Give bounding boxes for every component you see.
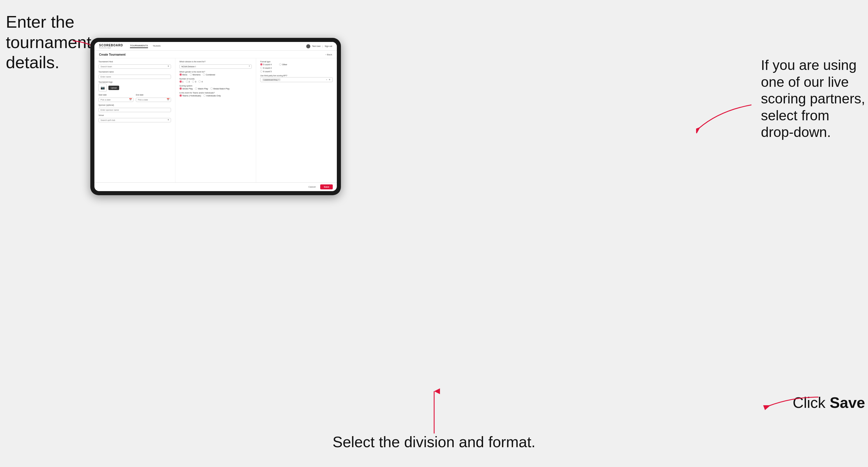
calendar-icon: 📅 [129, 98, 132, 100]
logo-title: SCOREBOARD [99, 44, 123, 47]
format-other[interactable]: Other [279, 63, 287, 66]
annotation-live-scoring: If you are using one of our live scoring… [761, 57, 865, 141]
individuals-only-radio[interactable] [204, 94, 206, 97]
sponsor-input[interactable] [98, 108, 171, 112]
teams-field: Is this event for Teams and/or Individua… [180, 92, 252, 97]
scoring-match-radio[interactable] [195, 87, 197, 90]
nav-teams[interactable]: TEAMS [153, 44, 161, 48]
save-button[interactable]: Save [320, 184, 333, 189]
tablet-device: SCOREBOARD Powered by clippit TOURNAMENT… [90, 38, 341, 195]
gender-mens[interactable]: Mens [180, 73, 187, 76]
gender-label: Which gender is the event for? [180, 71, 252, 73]
start-date-label: Start date [98, 94, 133, 96]
image-icon: 📷 [100, 86, 105, 90]
format-5count4[interactable]: 5 count 4 [260, 63, 272, 66]
gender-mens-radio[interactable] [180, 73, 182, 76]
scoring-label: Scoring system [180, 85, 252, 87]
scoring-medal-match[interactable]: Medal Match Play [210, 87, 229, 90]
logo-subtitle: Powered by clippit [99, 47, 123, 49]
gender-radio-group: Mens Womens Combined [180, 73, 252, 76]
sponsor-label: Sponsor (optional) [98, 104, 171, 106]
format-6count5-radio[interactable] [260, 70, 262, 72]
scoring-field: Scoring system Stroke Play Match Play [180, 85, 252, 90]
tag-remove-button[interactable]: × [278, 79, 279, 81]
format-row-2: 6 count 4 [260, 67, 333, 69]
live-scoring-label: Use third-party live scoring API? [260, 74, 333, 76]
tournament-logo-field: Tournament logo 📷 Upload [98, 81, 171, 92]
end-date-input[interactable] [136, 98, 171, 102]
end-date-field: End date 📅 [136, 94, 171, 102]
format-6count4-radio[interactable] [260, 67, 262, 69]
format-row-3: 6 count 5 [260, 70, 333, 72]
gender-combined-radio[interactable] [203, 73, 205, 76]
start-date-field: Start date 📅 [98, 94, 133, 102]
form-middle-column: Which division is the event for? NCAA Di… [176, 58, 256, 182]
annotation-division-format: Select the division and format. [333, 433, 535, 451]
scoring-stroke-radio[interactable] [180, 87, 182, 90]
format-radio-group: 5 count 4 Other 6 count 4 [260, 63, 333, 72]
form-body: Tournament Host ▼ Tournament name Tourna… [94, 58, 337, 182]
date-row: Start date 📅 End date 📅 [98, 94, 171, 102]
upload-button[interactable]: Upload [108, 86, 119, 90]
rounds-3-radio[interactable] [192, 81, 194, 83]
live-scoring-field: Use third-party live scoring API? Leader… [260, 74, 333, 82]
logo-placeholder: 📷 [98, 84, 106, 92]
live-scoring-controls: × ▼ [326, 79, 331, 81]
format-type-field: Format type 5 count 4 Other [260, 61, 333, 72]
live-scoring-input[interactable]: Leaderboard King × × ▼ [260, 77, 333, 82]
cancel-button[interactable]: Cancel [305, 184, 318, 189]
format-type-label: Format type [260, 61, 333, 63]
page-title: Create Tournament [99, 53, 126, 56]
gender-field: Which gender is the event for? Mens Wome… [180, 71, 252, 76]
avatar [306, 44, 310, 49]
dropdown-icon[interactable]: ▼ [329, 79, 331, 81]
format-5count4-radio[interactable] [260, 63, 262, 66]
start-date-input[interactable] [98, 98, 133, 102]
form-right-column: Format type 5 count 4 Other [256, 58, 337, 182]
rounds-1[interactable]: 1 [180, 81, 184, 83]
gender-combined[interactable]: Combined [203, 73, 215, 76]
scoring-stroke[interactable]: Stroke Play [180, 87, 193, 90]
gender-womens-radio[interactable] [190, 73, 192, 76]
scoring-medal-match-radio[interactable] [210, 87, 213, 90]
end-date-label: End date [136, 94, 171, 96]
rounds-2[interactable]: 2 [186, 81, 190, 83]
scoring-match[interactable]: Match Play [195, 87, 208, 90]
format-6count4[interactable]: 6 count 4 [260, 67, 272, 69]
rounds-1-radio[interactable] [180, 81, 182, 83]
tournament-host-input[interactable] [98, 64, 171, 69]
rounds-3[interactable]: 3 [192, 81, 196, 83]
teams-label: Is this event for Teams and/or Individua… [180, 92, 252, 94]
rounds-2-radio[interactable] [186, 81, 188, 83]
venue-input[interactable] [98, 118, 171, 122]
format-6count5[interactable]: 6 count 5 [260, 70, 272, 72]
back-button[interactable]: Back [326, 53, 332, 56]
rounds-radio-group: 1 2 3 4 [180, 81, 252, 83]
form-footer: Cancel Save [94, 182, 337, 191]
tournament-name-input[interactable] [98, 74, 171, 79]
dropdown-icon: ▼ [167, 118, 169, 121]
format-other-radio[interactable] [279, 63, 281, 66]
teams-plus-radio[interactable] [180, 94, 182, 97]
page-header: Create Tournament Back [94, 51, 337, 58]
signout-link[interactable]: Sign out [324, 45, 332, 47]
annotation-click-save: Click Save [793, 394, 865, 412]
rounds-4-radio[interactable] [198, 81, 201, 83]
clear-icon[interactable]: × [326, 79, 327, 81]
rounds-4[interactable]: 4 [198, 81, 203, 83]
gender-womens[interactable]: Womens [190, 73, 201, 76]
tournament-host-label: Tournament Host [98, 61, 171, 63]
division-select[interactable]: NCAA Division I [180, 64, 252, 69]
calendar-icon-end: 📅 [167, 98, 169, 100]
navbar: SCOREBOARD Powered by clippit TOURNAMENT… [94, 42, 337, 51]
teams-plus-individuals[interactable]: Teams (+Individuals) [180, 94, 201, 97]
division-label: Which division is the event for? [180, 61, 252, 63]
tournament-name-field: Tournament name [98, 71, 171, 79]
division-field: Which division is the event for? NCAA Di… [180, 61, 252, 69]
nav-tournaments[interactable]: TOURNAMENTS [130, 44, 148, 48]
rounds-field: Number of rounds 1 2 3 [180, 78, 252, 83]
nav-user: Test User | Sign out [306, 44, 332, 49]
rounds-label: Number of rounds [180, 78, 252, 80]
tournament-logo-label: Tournament logo [98, 81, 171, 83]
individuals-only[interactable]: Individuals Only [204, 94, 221, 97]
